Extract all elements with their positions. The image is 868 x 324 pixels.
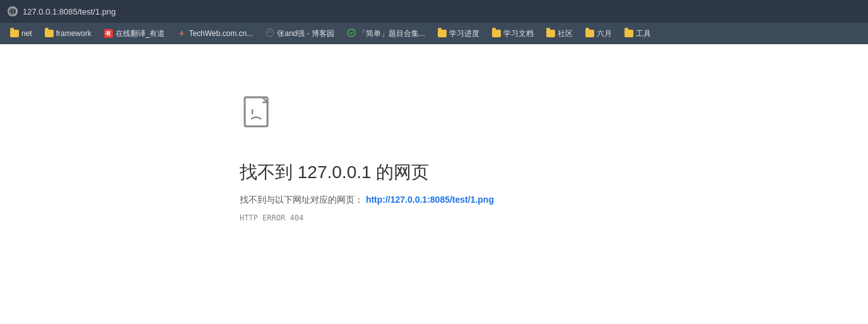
bookmark-youdao[interactable]: 有 在线翻译_有道 <box>99 27 170 41</box>
bookmark-simple[interactable]: 「简单」题目合集... <box>342 27 430 41</box>
bookmark-docs[interactable]: 学习文档 <box>487 27 539 41</box>
folder-icon <box>10 30 19 37</box>
bookmark-net-label: net <box>21 29 32 38</box>
folder-icon <box>546 30 555 37</box>
bookmark-framework-label: framework <box>56 29 91 38</box>
cnblogs-icon <box>266 28 274 39</box>
bookmarks-bar: net framework 有 在线翻译_有道 TechWeb.com.cn..… <box>0 23 868 44</box>
bookmark-june[interactable]: 六月 <box>580 27 617 41</box>
error-title: 找不到 127.0.0.1 的网页 <box>240 160 429 184</box>
bookmark-cnblogs-label: 张and强 - 博客园 <box>277 28 334 39</box>
error-url-link[interactable]: http://127.0.0.1:8085/test/1.png <box>366 195 494 205</box>
folder-icon <box>625 30 633 37</box>
bookmark-progress[interactable]: 学习进度 <box>433 27 484 41</box>
svg-point-2 <box>266 29 274 37</box>
error-code: HTTP ERROR 404 <box>240 213 303 222</box>
techweb-icon <box>177 29 186 38</box>
title-bar: ⓘ 127.0.0.1:8085/test/1.png <box>0 0 868 23</box>
bookmark-community[interactable]: 社区 <box>541 27 578 41</box>
error-page: 找不到 127.0.0.1 的网页 找不到与以下网址对应的网页： http://… <box>0 44 868 322</box>
youdao-icon: 有 <box>104 29 113 38</box>
bookmark-tools[interactable]: 工具 <box>619 27 656 41</box>
folder-icon <box>585 30 594 37</box>
svg-rect-1 <box>181 31 182 36</box>
bookmark-simple-label: 「简单」题目合集... <box>358 28 425 39</box>
error-file-icon <box>240 95 278 141</box>
security-icon: ⓘ <box>8 6 18 16</box>
error-description: 找不到与以下网址对应的网页： http://127.0.0.1:8085/tes… <box>240 195 494 206</box>
bookmark-framework[interactable]: framework <box>40 27 97 40</box>
bookmark-techweb-label: TechWeb.com.cn... <box>189 29 253 38</box>
folder-icon <box>492 30 501 37</box>
folder-icon <box>45 30 54 37</box>
bookmark-net[interactable]: net <box>5 27 37 40</box>
bookmark-cnblogs[interactable]: 张and强 - 博客园 <box>261 27 339 41</box>
url-display: 127.0.0.1:8085/test/1.png <box>23 7 115 16</box>
bookmark-youdao-label: 在线翻译_有道 <box>115 28 165 39</box>
special-icon <box>347 28 356 39</box>
bookmark-techweb[interactable]: TechWeb.com.cn... <box>172 27 258 40</box>
bookmark-progress-label: 学习进度 <box>449 28 479 39</box>
folder-icon <box>438 30 447 37</box>
bookmark-community-label: 社区 <box>558 28 573 39</box>
bookmark-tools-label: 工具 <box>636 28 651 39</box>
bookmark-docs-label: 学习文档 <box>503 28 534 39</box>
error-description-text: 找不到与以下网址对应的网页： <box>240 195 363 205</box>
bookmark-june-label: 六月 <box>597 28 612 39</box>
